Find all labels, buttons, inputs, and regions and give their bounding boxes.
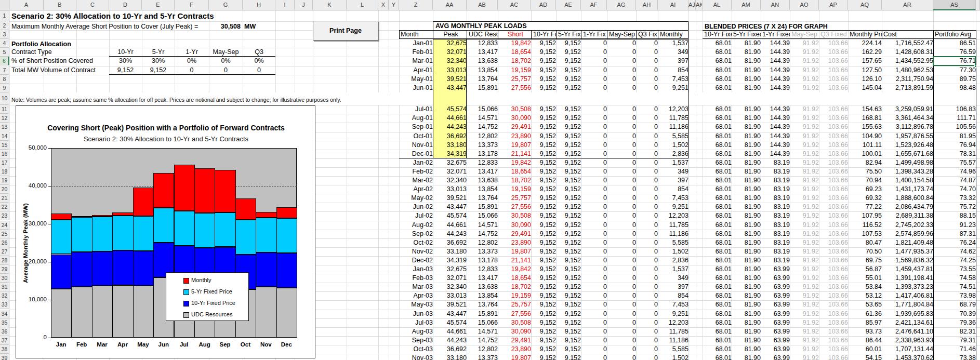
cell[interactable]: 103.66 (819, 194, 850, 203)
cell[interactable]: 9,152 (531, 211, 558, 220)
cell[interactable]: 224.14 (848, 39, 884, 48)
cell[interactable]: 0 (636, 291, 660, 300)
cell[interactable]: 0 (607, 141, 638, 150)
row-header-5[interactable]: 5 (0, 48, 9, 57)
cell[interactable]: 9,152 (556, 336, 583, 345)
cell[interactable]: 0 (607, 158, 638, 167)
cell[interactable]: Oct-01 (399, 132, 435, 141)
cell[interactable]: 68.01 (703, 39, 734, 48)
cell[interactable]: 74.51 (933, 283, 978, 291)
cell[interactable]: 81.90 (732, 75, 763, 84)
peak-loads-header[interactable]: 10-Yr Fix (531, 31, 556, 38)
cell[interactable]: 9,152 (531, 354, 558, 360)
cell[interactable]: 854 (658, 66, 691, 75)
row-header-29[interactable]: 29 (0, 265, 9, 274)
cell[interactable]: 104.90 (848, 132, 884, 141)
row-header-3[interactable]: 3 (0, 30, 9, 39)
cell[interactable]: 103.66 (819, 256, 850, 265)
cell[interactable]: 14,752 (467, 336, 500, 345)
cell[interactable]: 0 (581, 256, 609, 265)
cell[interactable]: 162.29 (848, 48, 884, 57)
cell[interactable]: 91.92 (790, 132, 821, 141)
row-header-32[interactable]: 32 (0, 291, 9, 300)
cell[interactable]: 0 (636, 256, 660, 265)
peak-loads-header[interactable]: 5-Yr Fix (556, 31, 581, 38)
cell[interactable]: 9,152 (531, 247, 558, 256)
cell[interactable]: 103.66 (819, 123, 850, 131)
col-header-AM[interactable]: AM (732, 0, 761, 10)
cell[interactable]: 101.11 (848, 141, 884, 150)
cell[interactable]: 0 (636, 114, 660, 123)
allocation-value[interactable]: 10-Yr (109, 48, 142, 57)
cell[interactable]: 0 (636, 211, 660, 220)
cell[interactable]: 91.92 (790, 230, 821, 238)
cell[interactable]: 91.92 (790, 194, 821, 203)
cell[interactable]: 0 (636, 57, 660, 65)
cell[interactable]: Sep-02 (399, 230, 435, 238)
cell[interactable]: 9,152 (556, 132, 583, 141)
cell[interactable]: 13,764 (467, 75, 500, 84)
cell[interactable]: 70.39 (933, 310, 978, 318)
cell[interactable]: 83.19 (761, 158, 792, 167)
row-header-27[interactable]: 27 (0, 247, 9, 256)
cell[interactable]: 9,152 (531, 265, 558, 274)
cell[interactable]: 0 (636, 300, 660, 309)
cell[interactable]: 9,152 (531, 291, 558, 300)
cell[interactable]: 30,090 (498, 221, 533, 230)
cell[interactable]: 0 (636, 327, 660, 336)
cell[interactable]: 5,585 (658, 238, 691, 247)
cell[interactable]: 68.01 (703, 167, 734, 176)
col-header-AS[interactable]: AS (933, 0, 976, 10)
cell[interactable]: 79.36 (933, 318, 978, 327)
cell[interactable]: 9,152 (531, 150, 558, 158)
cell[interactable]: 0 (581, 57, 609, 65)
cell[interactable]: 0 (581, 291, 609, 300)
cell[interactable]: 91.92 (790, 84, 821, 92)
cell[interactable]: 91.92 (790, 354, 821, 360)
allocation-value[interactable]: 5-Yr (142, 48, 175, 57)
cell[interactable]: 14,571 (467, 114, 500, 123)
cell[interactable]: 9,152 (556, 185, 583, 194)
cell[interactable]: 13,764 (467, 194, 500, 203)
cell[interactable]: 9,152 (556, 310, 583, 318)
cell[interactable]: 103.66 (819, 336, 850, 345)
cell[interactable]: 9,152 (531, 132, 558, 141)
cell[interactable]: 68.01 (703, 256, 734, 265)
cell[interactable]: 0 (581, 203, 609, 211)
cell[interactable]: 1,434,552.95 (882, 57, 935, 65)
cell[interactable]: 43,447 (433, 84, 469, 92)
cell[interactable]: 25,757 (498, 194, 533, 203)
cell[interactable]: 2,713,891.59 (882, 84, 935, 92)
cell[interactable]: 81.90 (732, 105, 763, 114)
cell[interactable]: Apr-03 (399, 291, 435, 300)
cell[interactable]: 1,821,409.48 (882, 238, 935, 247)
cell[interactable]: Apr-01 (399, 66, 435, 75)
cell[interactable]: 0 (607, 150, 638, 158)
cell[interactable]: 0 (636, 283, 660, 291)
cell[interactable]: 0 (607, 57, 638, 65)
cell[interactable]: 9,152 (531, 66, 558, 75)
cell[interactable]: 36,692 (433, 238, 469, 247)
cell[interactable]: 103.66 (819, 84, 850, 92)
cell[interactable]: 19,807 (498, 141, 533, 150)
cell[interactable]: Sep-03 (399, 336, 435, 345)
cell[interactable]: 29,491 (498, 123, 533, 131)
cell[interactable]: 19,842 (498, 158, 533, 167)
col-header-AR[interactable]: AR (882, 0, 933, 10)
cell[interactable]: 127.50 (848, 66, 884, 75)
cell[interactable]: 0 (581, 150, 609, 158)
cell[interactable]: 9,251 (658, 203, 691, 211)
cell[interactable]: 1,502 (658, 141, 691, 150)
row-header-13[interactable]: 13 (0, 123, 9, 131)
cell[interactable]: 0 (607, 256, 638, 265)
cell[interactable]: 14,571 (467, 327, 500, 336)
cell[interactable]: 12,203 (658, 211, 691, 220)
cell[interactable]: Nov-02 (399, 247, 435, 256)
cell[interactable]: 81.90 (732, 230, 763, 238)
cell[interactable]: 103.66 (819, 48, 850, 57)
cell[interactable]: 69.32 (848, 194, 884, 203)
cell[interactable]: 18,702 (498, 176, 533, 185)
cell[interactable]: 23,890 (498, 132, 533, 141)
cell[interactable]: 9,152 (531, 185, 558, 194)
cell[interactable]: 9,152 (556, 48, 583, 57)
